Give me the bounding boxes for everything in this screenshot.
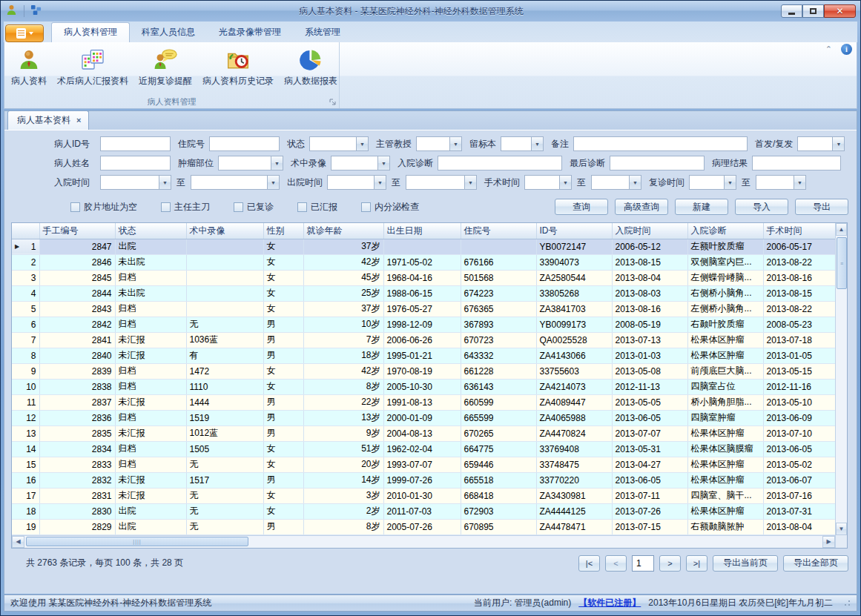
row-indicator[interactable]: 18 bbox=[12, 503, 39, 519]
chevron-down-icon[interactable]: ▼ bbox=[629, 176, 641, 189]
table-row[interactable]: 72841未汇报1036蓝男7岁2006-06-26670723QA002552… bbox=[12, 332, 835, 348]
chevron-down-icon[interactable]: ▼ bbox=[832, 137, 844, 150]
hscroll-thumb[interactable]: |||| bbox=[26, 537, 248, 546]
maximize-button[interactable] bbox=[802, 4, 824, 18]
table-row[interactable]: 92839归档1472女42岁1970-08-19661228337556032… bbox=[12, 363, 835, 379]
chevron-down-icon[interactable]: ▼ bbox=[271, 156, 283, 170]
checkbox-icon[interactable] bbox=[161, 202, 171, 212]
last-page-button[interactable]: >| bbox=[686, 555, 707, 572]
table-row[interactable]: 62842归档无男10岁1998-12-09367893YB0099173200… bbox=[12, 317, 835, 332]
column-header-manual-no[interactable]: 手工编号 bbox=[39, 223, 115, 239]
column-header-status[interactable]: 状态 bbox=[115, 223, 186, 239]
new-button[interactable]: 新建 bbox=[675, 199, 728, 215]
scroll-right-icon[interactable]: ▶ bbox=[822, 536, 835, 548]
remark-input[interactable] bbox=[573, 136, 748, 151]
row-indicator[interactable]: 10 bbox=[12, 379, 39, 394]
table-row[interactable]: 182830出院无女2岁2011-07-03672903ZA4444125201… bbox=[12, 503, 835, 519]
table-row[interactable]: 102838归档1110女8岁2005-10-30636143ZA4214073… bbox=[12, 379, 835, 394]
tab-close-icon[interactable]: × bbox=[76, 116, 81, 125]
table-row[interactable]: 42844未出院女25岁1988-06-15674223338052682013… bbox=[12, 285, 835, 301]
ribbon-tab-4[interactable]: 系统管理 bbox=[293, 23, 352, 42]
row-indicator[interactable]: 2 bbox=[12, 254, 39, 270]
vscroll-thumb[interactable]: ≡ bbox=[837, 237, 847, 289]
registered-link[interactable]: 【软件已注册】 bbox=[578, 597, 641, 609]
column-header-surgery-video[interactable]: 术中录像 bbox=[186, 223, 263, 239]
table-row[interactable]: 32845归档女45岁1968-04-16501568ZA25805442013… bbox=[12, 270, 835, 285]
patient-name-input[interactable] bbox=[100, 156, 171, 170]
quick-access-icon[interactable] bbox=[30, 4, 42, 19]
discharge-time-to-select[interactable]: ▼ bbox=[406, 175, 477, 190]
chevron-down-icon[interactable]: ▼ bbox=[464, 176, 476, 189]
tumor-site-select[interactable]: ▼ bbox=[218, 156, 283, 170]
column-header-birth-date[interactable]: 出生日期 bbox=[383, 223, 461, 239]
checkbox-icon[interactable] bbox=[70, 202, 80, 212]
collapse-ribbon-icon[interactable]: ⌃ bbox=[825, 44, 832, 54]
chevron-down-icon[interactable]: ▼ bbox=[559, 176, 571, 189]
revisit-time-to-select[interactable]: ▼ bbox=[756, 175, 806, 190]
row-indicator[interactable]: 5 bbox=[12, 301, 39, 317]
checkbox-icon[interactable] bbox=[234, 202, 243, 212]
table-row[interactable]: ▶12847出院女37岁YB00721472006-05-12左额叶胶质瘤200… bbox=[12, 239, 835, 254]
chevron-down-icon[interactable]: ▼ bbox=[377, 156, 389, 170]
column-header-admission-no[interactable]: 住院号 bbox=[461, 223, 536, 239]
checkbox-revisited[interactable]: 已复诊 bbox=[234, 201, 274, 213]
admission-no-input[interactable] bbox=[209, 136, 280, 151]
table-row[interactable]: 82840未汇报有男18岁1995-01-21643332ZA414306620… bbox=[12, 348, 835, 363]
table-row[interactable]: 172831未汇报无女3岁2010-01-30668418ZA343098120… bbox=[12, 488, 835, 503]
table-row[interactable]: 132835未汇报1012蓝男9岁2004-08-13670265ZA44708… bbox=[12, 425, 835, 441]
surgery-time-from-select[interactable]: ▼ bbox=[524, 175, 572, 190]
ribbon-button-history[interactable]: 病人资料历史记录 bbox=[197, 44, 279, 96]
chevron-down-icon[interactable]: ▼ bbox=[159, 176, 171, 189]
row-indicator[interactable]: 7 bbox=[12, 332, 39, 348]
export-current-page-button[interactable]: 导出当前页 bbox=[713, 555, 778, 572]
table-row[interactable]: 122836归档1519男13岁2000-01-09665599ZA406598… bbox=[12, 410, 835, 425]
scroll-left-icon[interactable]: ◀ bbox=[12, 536, 24, 548]
ribbon-button-chart[interactable]: 病人数据报表 bbox=[279, 44, 343, 96]
surgery-time-to-select[interactable]: ▼ bbox=[591, 175, 641, 190]
row-indicator[interactable]: 11 bbox=[12, 394, 39, 410]
professor-select[interactable]: ▼ bbox=[416, 136, 462, 151]
tab-patient-basic-info[interactable]: 病人基本资料 × bbox=[7, 110, 89, 130]
row-indicator[interactable]: 19 bbox=[12, 519, 39, 534]
minimize-button[interactable] bbox=[781, 4, 802, 18]
checkbox-reported[interactable]: 已汇报 bbox=[297, 201, 337, 213]
export-all-pages-button[interactable]: 导出全部页 bbox=[783, 555, 848, 572]
chevron-down-icon[interactable]: ▼ bbox=[449, 137, 461, 150]
close-button[interactable]: ✕ bbox=[824, 4, 856, 18]
discharge-time-from-select[interactable]: ▼ bbox=[327, 175, 386, 190]
table-row[interactable]: 52843归档女37岁1976-05-27676365ZA38417032013… bbox=[12, 301, 835, 317]
status-select[interactable]: ▼ bbox=[309, 136, 369, 151]
app-logo-icon[interactable] bbox=[5, 4, 18, 19]
surgery-video-select[interactable]: ▼ bbox=[331, 156, 390, 170]
first-recur-select[interactable]: ▼ bbox=[797, 136, 845, 151]
app-menu-button[interactable] bbox=[5, 24, 44, 42]
prev-page-button[interactable]: < bbox=[605, 555, 627, 572]
admission-time-to-select[interactable]: ▼ bbox=[191, 175, 280, 190]
row-indicator[interactable]: 9 bbox=[12, 363, 39, 379]
next-page-button[interactable]: > bbox=[659, 555, 681, 572]
first-page-button[interactable]: |< bbox=[578, 555, 600, 572]
column-header-row-number[interactable] bbox=[12, 223, 39, 239]
checkbox-icon[interactable] bbox=[297, 202, 307, 212]
chevron-down-icon[interactable]: ▼ bbox=[724, 176, 736, 189]
resize-grip-icon[interactable] bbox=[843, 600, 851, 607]
revisit-time-from-select[interactable]: ▼ bbox=[689, 175, 736, 190]
dialog-launcher-icon[interactable] bbox=[329, 99, 337, 106]
row-indicator[interactable]: 17 bbox=[12, 488, 39, 503]
ribbon-tab-3[interactable]: 光盘录像带管理 bbox=[207, 23, 293, 42]
final-diagnosis-input[interactable] bbox=[610, 156, 705, 170]
export-button[interactable]: 导出 bbox=[795, 199, 848, 215]
chevron-down-icon[interactable]: ▼ bbox=[374, 176, 386, 189]
column-header-admission-diagnosis[interactable]: 入院诊断 bbox=[687, 223, 763, 239]
ribbon-button-patient[interactable]: 病人资料 bbox=[6, 44, 52, 96]
ribbon-tab-2[interactable]: 科室人员信息 bbox=[130, 23, 207, 42]
scroll-up-icon[interactable]: ▲ bbox=[836, 223, 847, 236]
column-header-visit-age[interactable]: 就诊年龄 bbox=[303, 223, 383, 239]
import-button[interactable]: 导入 bbox=[735, 199, 788, 215]
row-indicator[interactable]: ▶1 bbox=[12, 239, 39, 254]
row-indicator[interactable]: 6 bbox=[12, 317, 39, 332]
query-button[interactable]: 查询 bbox=[555, 199, 608, 215]
row-indicator[interactable]: 4 bbox=[12, 285, 39, 301]
table-row[interactable]: 22846未出院女42岁1971-05-02676166339040732013… bbox=[12, 254, 835, 270]
row-indicator[interactable]: 12 bbox=[12, 410, 39, 425]
